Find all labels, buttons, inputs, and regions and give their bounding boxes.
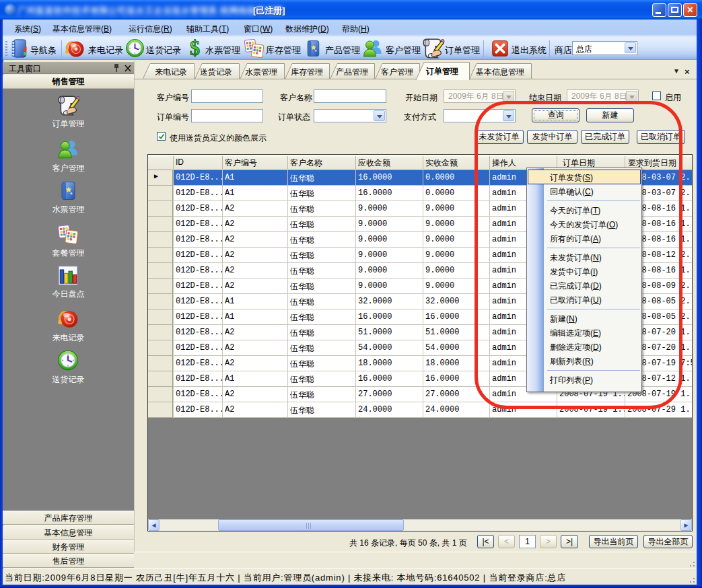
svg-text:$: $: [190, 37, 200, 59]
